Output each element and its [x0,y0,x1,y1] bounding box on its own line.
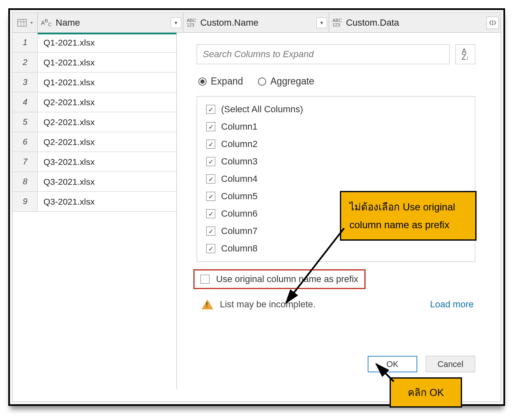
column-check-label: (Select All Columns) [221,104,303,115]
cell-name[interactable]: Q1-2021.xlsx [38,72,183,92]
column-header-row: ▾ ABC Name ▼ ABC123 Custom.Name ▼ ABC123… [13,13,501,33]
column-header-custom-data[interactable]: ABC123 Custom.Data [329,13,501,32]
table-row[interactable]: 1 Q1-2021.xlsx [13,33,183,53]
checkbox-icon [206,227,215,236]
checkbox-icon [200,275,209,284]
cell-name[interactable]: Q1-2021.xlsx [38,53,183,72]
checkbox-icon [206,209,215,218]
expand-aggregate-radios: Expand Aggregate [197,76,475,87]
checkbox-icon [206,244,215,253]
data-rows: 1 Q1-2021.xlsx2 Q1-2021.xlsx3 Q1-2021.xl… [13,33,183,212]
column-check-item[interactable]: Column3 [197,153,475,170]
checkbox-icon [206,192,215,201]
any-type-icon: ABC123 [332,18,342,27]
checkbox-icon [206,105,215,114]
column-custom-name-label: Custom.Name [200,17,259,28]
radio-icon [198,77,207,86]
cell-name[interactable]: Q2-2021.xlsx [38,112,183,132]
cancel-button[interactable]: Cancel [426,356,475,372]
row-number: 6 [13,132,38,152]
search-columns-input[interactable] [197,44,450,64]
column-name-label: Name [56,17,80,28]
filter-dropdown-icon[interactable]: ▼ [171,17,181,28]
checkbox-icon [206,140,215,149]
checkbox-icon [206,122,215,131]
pq-editor: ▾ ABC Name ▼ ABC123 Custom.Name ▼ ABC123… [12,12,501,402]
table-row[interactable]: 2 Q1-2021.xlsx [13,53,183,72]
checkbox-icon [206,157,215,166]
table-row[interactable]: 8 Q3-2021.xlsx [13,172,183,192]
row-number: 4 [13,92,38,112]
annotation-click-ok: คลิก OK [390,377,462,408]
table-row[interactable]: 6 Q2-2021.xlsx [13,132,183,152]
row-number: 3 [13,72,38,92]
table-row[interactable]: 4 Q2-2021.xlsx [13,92,183,112]
column-check-item[interactable]: Column4 [197,170,475,188]
screenshot-frame: ▾ ABC Name ▼ ABC123 Custom.Name ▼ ABC123… [8,8,505,406]
sort-az-button[interactable]: AZ↓ [455,44,475,64]
table-icon [17,19,26,27]
column-check-item[interactable]: Column2 [197,135,475,153]
column-custom-data-label: Custom.Data [346,17,399,28]
table-row[interactable]: 7 Q3-2021.xlsx [13,152,183,172]
warning-icon [202,299,213,309]
arrow-icon [282,228,348,307]
column-check-label: Column2 [221,139,258,150]
cell-name[interactable]: Q3-2021.xlsx [38,172,183,191]
filter-dropdown-icon[interactable]: ▼ [316,17,327,28]
table-row[interactable]: 9 Q3-2021.xlsx [13,192,183,212]
column-check-label: Column5 [221,191,258,202]
radio-expand[interactable]: Expand [198,76,243,87]
table-row[interactable]: 5 Q2-2021.xlsx [13,112,183,132]
table-row[interactable]: 3 Q1-2021.xlsx [13,72,183,92]
svg-line-0 [286,228,344,303]
load-more-link[interactable]: Load more [430,299,474,310]
cell-name[interactable]: Q2-2021.xlsx [38,92,183,112]
column-check-item[interactable]: (Select All Columns) [197,101,475,118]
column-header-custom-name[interactable]: ABC123 Custom.Name ▼ [183,13,329,32]
column-check-label: Column1 [221,121,258,132]
sort-az-icon: AZ↓ [462,48,469,60]
checkbox-icon [206,174,215,183]
row-number: 2 [13,53,38,72]
column-check-label: Column7 [221,226,258,237]
text-type-icon: ABC [41,18,52,27]
column-check-label: Column3 [221,156,258,167]
row-number: 1 [13,33,38,52]
svg-line-1 [376,364,394,381]
rownum-header[interactable]: ▾ [13,13,38,32]
cell-name[interactable]: Q3-2021.xlsx [38,192,183,211]
radio-aggregate[interactable]: Aggregate [258,76,314,87]
row-number: 5 [13,112,38,132]
cell-name[interactable]: Q2-2021.xlsx [38,132,183,152]
arrow-icon [373,361,398,386]
expand-column-icon[interactable] [486,17,499,29]
cell-name[interactable]: Q3-2021.xlsx [38,152,183,171]
row-number: 7 [13,152,38,171]
annotation-prefix: ไม่ต้องเลือก Use original column name as… [340,191,477,241]
any-type-icon: ABC123 [187,18,196,27]
column-check-label: Column4 [221,174,258,184]
row-number: 8 [13,172,38,191]
cell-name[interactable]: Q1-2021.xlsx [38,33,183,52]
column-check-label: Column8 [221,243,258,254]
column-check-item[interactable]: Column1 [197,118,475,135]
column-header-name[interactable]: ABC Name ▼ [38,13,183,32]
row-number: 9 [13,192,38,211]
radio-icon [258,77,266,86]
column-check-label: Column6 [221,208,258,219]
